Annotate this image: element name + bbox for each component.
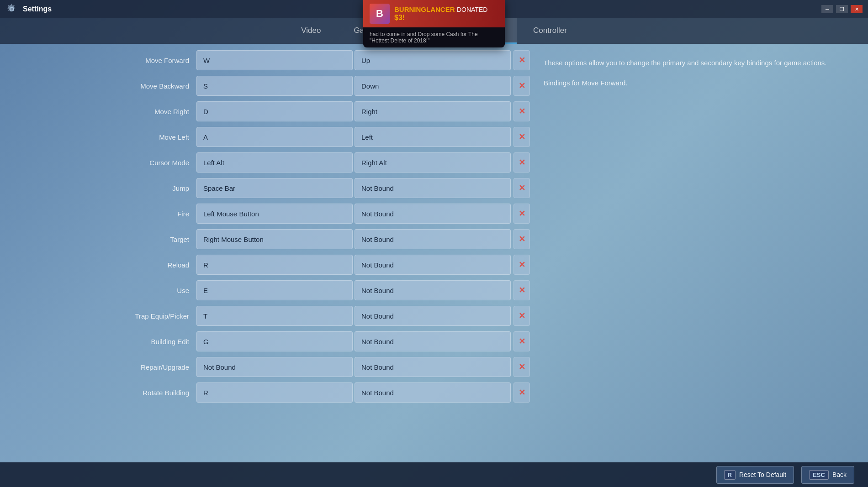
table-row: Move Forward W Up ✕ — [91, 48, 530, 72]
x-icon: ✕ — [519, 209, 525, 219]
reset-label: Reset To Default — [739, 471, 786, 478]
delete-button[interactable]: ✕ — [513, 331, 530, 351]
main-content: Move Forward W Up ✕ Move Backward S Down… — [0, 44, 868, 487]
reset-default-button[interactable]: R Reset To Default — [716, 466, 794, 484]
table-row: Repair/Upgrade Not Bound Not Bound ✕ — [91, 355, 530, 379]
back-label: Back — [832, 471, 847, 478]
primary-key-cell[interactable]: W — [196, 50, 353, 70]
primary-key-cell[interactable]: Not Bound — [196, 357, 353, 377]
action-label: Move Left — [91, 133, 196, 141]
secondary-key-cell[interactable]: Not Bound — [355, 255, 511, 275]
title-bar-controls: ─ ❐ ✕ — [821, 5, 863, 13]
primary-key-cell[interactable]: Left Alt — [196, 152, 353, 173]
delete-button[interactable]: ✕ — [513, 229, 530, 249]
delete-button[interactable]: ✕ — [513, 152, 530, 173]
restore-button[interactable]: ❐ — [836, 5, 848, 13]
action-label: Use — [91, 287, 196, 294]
delete-button[interactable]: ✕ — [513, 101, 530, 121]
x-icon: ✕ — [519, 336, 525, 346]
action-label: Trap Equip/Picker — [91, 312, 196, 320]
primary-key-cell[interactable]: G — [196, 331, 353, 351]
delete-button[interactable]: ✕ — [513, 50, 530, 70]
action-label: Reload — [91, 261, 196, 269]
table-row: Move Backward S Down ✕ — [91, 74, 530, 98]
primary-key-cell[interactable]: Space Bar — [196, 178, 353, 198]
donation-info: BURNINGLANCER DONATED $3! — [394, 5, 487, 22]
secondary-key-cell[interactable]: Not Bound — [355, 229, 511, 249]
table-row: Reload R Not Bound ✕ — [91, 253, 530, 277]
tab-controller[interactable]: Controller — [517, 18, 583, 44]
delete-button[interactable]: ✕ — [513, 204, 530, 224]
table-row: Rotate Building R Not Bound ✕ — [91, 381, 530, 404]
primary-key-cell[interactable]: Left Mouse Button — [196, 204, 353, 224]
back-key-badge: ESC — [809, 470, 829, 480]
delete-button[interactable]: ✕ — [513, 357, 530, 377]
action-label: Move Forward — [91, 57, 196, 64]
action-label: Jump — [91, 184, 196, 192]
action-label: Repair/Upgrade — [91, 363, 196, 371]
action-label: Fire — [91, 210, 196, 218]
info-selected: Bindings for Move Forward. — [544, 78, 854, 89]
x-icon: ✕ — [519, 388, 525, 398]
donation-avatar: B — [370, 4, 390, 24]
donation-banner: B BURNINGLANCER DONATED $3! — [363, 0, 505, 27]
action-label: Target — [91, 236, 196, 243]
x-icon: ✕ — [519, 157, 525, 168]
primary-key-cell[interactable]: S — [196, 76, 353, 96]
primary-key-cell[interactable]: Right Mouse Button — [196, 229, 353, 249]
secondary-key-cell[interactable]: Not Bound — [355, 178, 511, 198]
secondary-key-cell[interactable]: Not Bound — [355, 331, 511, 351]
delete-button[interactable]: ✕ — [513, 280, 530, 300]
table-row: Trap Equip/Picker T Not Bound ✕ — [91, 304, 530, 328]
back-button[interactable]: ESC Back — [801, 466, 854, 484]
secondary-key-cell[interactable]: Left — [355, 127, 511, 147]
secondary-key-cell[interactable]: Right Alt — [355, 152, 511, 173]
x-icon: ✕ — [519, 81, 525, 91]
info-description: These options allow you to change the pr… — [544, 58, 854, 68]
secondary-key-cell[interactable]: Down — [355, 76, 511, 96]
secondary-key-cell[interactable]: Not Bound — [355, 382, 511, 403]
reset-key-badge: R — [724, 470, 736, 480]
primary-key-cell[interactable]: R — [196, 255, 353, 275]
x-icon: ✕ — [519, 132, 525, 142]
table-row: Move Right D Right ✕ — [91, 99, 530, 123]
primary-key-cell[interactable]: R — [196, 382, 353, 403]
donation-amount: $3! — [394, 14, 487, 22]
primary-key-cell[interactable]: T — [196, 306, 353, 326]
secondary-key-cell[interactable]: Not Bound — [355, 280, 511, 300]
x-icon: ✕ — [519, 285, 525, 295]
delete-button[interactable]: ✕ — [513, 306, 530, 326]
secondary-key-cell[interactable]: Not Bound — [355, 357, 511, 377]
bottom-bar: R Reset To Default ESC Back — [0, 462, 868, 487]
secondary-key-cell[interactable]: Not Bound — [355, 306, 511, 326]
primary-key-cell[interactable]: D — [196, 101, 353, 121]
delete-button[interactable]: ✕ — [513, 382, 530, 403]
primary-key-cell[interactable]: E — [196, 280, 353, 300]
close-button[interactable]: ✕ — [851, 5, 863, 13]
table-row: Use E Not Bound ✕ — [91, 278, 530, 302]
tab-video[interactable]: Video — [285, 18, 337, 44]
delete-button[interactable]: ✕ — [513, 178, 530, 198]
action-label: Move Right — [91, 108, 196, 115]
table-row: Jump Space Bar Not Bound ✕ — [91, 176, 530, 200]
bindings-area: Move Forward W Up ✕ Move Backward S Down… — [91, 44, 530, 487]
delete-button[interactable]: ✕ — [513, 127, 530, 147]
primary-key-cell[interactable]: A — [196, 127, 353, 147]
secondary-key-cell[interactable]: Not Bound — [355, 204, 511, 224]
x-icon: ✕ — [519, 106, 525, 116]
delete-button[interactable]: ✕ — [513, 76, 530, 96]
title-bar-left: Settings — [5, 3, 52, 16]
app-title: Settings — [23, 5, 52, 13]
donation-name: BURNINGLANCER DONATED — [394, 5, 487, 14]
secondary-key-cell[interactable]: Up — [355, 50, 511, 70]
donation-message: had to come in and Drop some Cash for Th… — [363, 27, 505, 47]
table-row: Fire Left Mouse Button Not Bound ✕ — [91, 202, 530, 225]
action-label: Building Edit — [91, 338, 196, 346]
x-icon: ✕ — [519, 260, 525, 270]
secondary-key-cell[interactable]: Right — [355, 101, 511, 121]
table-row: Move Left A Left ✕ — [91, 125, 530, 149]
delete-button[interactable]: ✕ — [513, 255, 530, 275]
settings-icon — [5, 3, 18, 16]
info-panel: These options allow you to change the pr… — [530, 44, 868, 487]
minimize-button[interactable]: ─ — [821, 5, 833, 13]
